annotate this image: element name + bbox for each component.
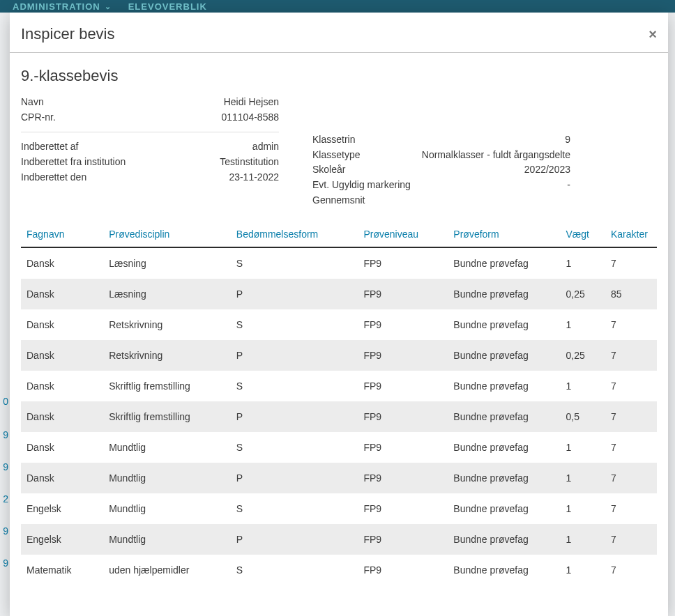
cell-disciplin: uden hjælpemidler [103, 555, 231, 585]
col-header-disciplin[interactable]: Prøvedisciplin [103, 222, 231, 247]
table-row: EngelskMundtligSFP9Bundne prøvefag17 [21, 493, 657, 524]
cell-bedform: P [231, 524, 358, 555]
info-label: Navn [21, 95, 44, 110]
close-icon[interactable]: × [649, 27, 657, 41]
cell-vaegt: 1 [560, 524, 605, 555]
bg-sliver-text: 9 [0, 557, 8, 571]
cell-karakter: 7 [605, 371, 657, 401]
cell-niveau: FP9 [358, 247, 448, 279]
cell-vaegt: 1 [560, 432, 605, 463]
info-value: Normalklasser - fuldt årgangsdelte [422, 148, 570, 163]
col-header-vaegt[interactable]: Vægt [560, 222, 605, 247]
col-header-fagnavn[interactable]: Fagnavn [21, 222, 103, 247]
info-row-gennemsnit: Gennemsnit [312, 193, 570, 208]
chevron-down-icon: ⌄ [105, 2, 112, 11]
info-row-ugyldig: Evt. Ugyldig markering - [312, 178, 570, 193]
cell-karakter: 7 [605, 555, 657, 585]
cell-karakter: 7 [605, 247, 657, 279]
cell-karakter: 7 [605, 432, 657, 463]
dialog-body: 9.-klassebevis Navn Heidi Hejsen CPR-nr.… [10, 53, 668, 616]
inspect-certificate-dialog: Inspicer bevis × 9.-klassebevis Navn Hei… [10, 13, 668, 616]
cell-form: Bundne prøvefag [448, 371, 560, 401]
spacer [312, 95, 570, 132]
cell-bedform: P [231, 401, 358, 432]
info-label: Indberettet fra institution [21, 155, 126, 170]
cell-vaegt: 1 [560, 371, 605, 401]
grades-table: Fagnavn Prøvedisciplin Bedømmelsesform P… [21, 222, 657, 585]
info-row-skoleaar: Skoleår 2022/2023 [312, 162, 570, 178]
cell-fagnavn: Engelsk [21, 493, 103, 524]
cell-karakter: 7 [605, 401, 657, 432]
cell-disciplin: Skriftlig fremstilling [103, 371, 231, 401]
cell-vaegt: 1 [560, 493, 605, 524]
table-row: DanskMundtligPFP9Bundne prøvefag17 [21, 463, 657, 493]
cell-bedform: S [231, 309, 358, 340]
bg-sliver-text: 9 [0, 429, 8, 443]
cell-niveau: FP9 [358, 555, 448, 585]
cell-disciplin: Læsning [103, 247, 231, 279]
cell-niveau: FP9 [358, 309, 448, 340]
col-header-niveau[interactable]: Prøveniveau [358, 222, 448, 247]
cell-niveau: FP9 [358, 493, 448, 524]
cell-niveau: FP9 [358, 371, 448, 401]
col-header-form[interactable]: Prøveform [448, 222, 560, 247]
dialog-title: Inspicer bevis [21, 25, 115, 43]
cell-form: Bundne prøvefag [448, 493, 560, 524]
info-label: Klassetype [312, 148, 360, 163]
info-row-klassetrin: Klassetrin 9 [312, 132, 570, 148]
cell-bedform: S [231, 555, 358, 585]
cell-vaegt: 1 [560, 309, 605, 340]
table-row: Matematikuden hjælpemidlerSFP9Bundne prø… [21, 555, 657, 585]
cell-vaegt: 0,25 [560, 340, 605, 371]
cell-niveau: FP9 [358, 340, 448, 371]
table-row: DanskMundtligSFP9Bundne prøvefag17 [21, 432, 657, 463]
cell-bedform: P [231, 279, 358, 309]
cell-karakter: 7 [605, 493, 657, 524]
cell-form: Bundne prøvefag [448, 401, 560, 432]
cell-disciplin: Læsning [103, 279, 231, 309]
cell-form: Bundne prøvefag [448, 279, 560, 309]
info-value: 9 [565, 132, 570, 148]
cell-vaegt: 1 [560, 555, 605, 585]
dialog-header: Inspicer bevis × [10, 13, 668, 53]
cell-karakter: 85 [605, 279, 657, 309]
col-header-karakter[interactable]: Karakter [605, 222, 657, 247]
background-nav: ADMINISTRATION ⌄ ELEVOVERBLIK [0, 0, 675, 13]
cell-fagnavn: Dansk [21, 463, 103, 493]
table-row: DanskSkriftlig fremstillingSFP9Bundne pr… [21, 371, 657, 401]
cell-disciplin: Mundtlig [103, 493, 231, 524]
cell-disciplin: Retskrivning [103, 340, 231, 371]
info-label: Indberettet den [21, 170, 86, 185]
cell-fagnavn: Dansk [21, 309, 103, 340]
info-label: Evt. Ugyldig markering [312, 178, 411, 193]
bg-sliver-text: 9 [0, 525, 8, 539]
info-value: 2022/2023 [524, 162, 570, 178]
nav-item-elevoverblik[interactable]: ELEVOVERBLIK [128, 1, 207, 12]
cell-fagnavn: Dansk [21, 247, 103, 279]
info-value: 011104-8588 [221, 110, 279, 125]
cell-form: Bundne prøvefag [448, 463, 560, 493]
cell-vaegt: 0,5 [560, 401, 605, 432]
table-row: DanskSkriftlig fremstillingPFP9Bundne pr… [21, 401, 657, 432]
bg-sliver-text: 2 [0, 493, 8, 507]
cell-fagnavn: Dansk [21, 279, 103, 309]
cell-bedform: S [231, 371, 358, 401]
info-column-left: Navn Heidi Hejsen CPR-nr. 011104-8588 In… [21, 95, 279, 208]
cell-vaegt: 1 [560, 463, 605, 493]
cell-fagnavn: Matematik [21, 555, 103, 585]
info-value: Heidi Hejsen [224, 95, 279, 110]
cell-karakter: 7 [605, 463, 657, 493]
nav-item-administration[interactable]: ADMINISTRATION ⌄ [13, 1, 112, 12]
info-label: Gennemsnit [312, 193, 365, 208]
info-row-indb-inst: Indberettet fra institution Testinstitut… [21, 155, 279, 170]
grades-table-head: Fagnavn Prøvedisciplin Bedømmelsesform P… [21, 222, 657, 247]
info-column-right: Klassetrin 9 Klassetype Normalklasser - … [312, 95, 570, 208]
info-row-indb-af: Indberettet af admin [21, 139, 279, 155]
info-columns: Navn Heidi Hejsen CPR-nr. 011104-8588 In… [21, 95, 657, 208]
cell-fagnavn: Engelsk [21, 524, 103, 555]
col-header-bedform[interactable]: Bedømmelsesform [231, 222, 358, 247]
cell-form: Bundne prøvefag [448, 432, 560, 463]
cell-karakter: 7 [605, 524, 657, 555]
cell-form: Bundne prøvefag [448, 340, 560, 371]
cell-form: Bundne prøvefag [448, 555, 560, 585]
